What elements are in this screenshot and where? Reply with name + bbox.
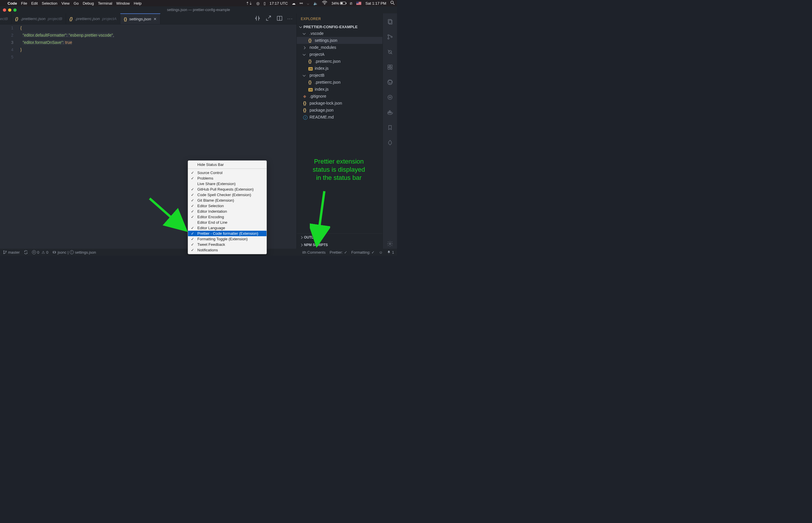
tab-settings-active[interactable]: {} settings.json ✕ <box>120 13 160 24</box>
tree-item[interactable]: iREADME.md <box>297 114 382 121</box>
tree-item-label: .prettierrc.json <box>315 59 341 64</box>
tree-item[interactable]: {}.prettierrc.json <box>297 58 382 65</box>
settings-icon[interactable] <box>387 240 393 249</box>
status-branch[interactable]: master <box>3 250 20 254</box>
tree-item[interactable]: projectB <box>297 72 382 79</box>
tab-prettierrc-projectb[interactable]: {} .prettierrc.json projectB <box>12 13 66 24</box>
app-name[interactable]: Code <box>7 1 17 5</box>
spotlight-icon[interactable] <box>390 1 395 6</box>
open-changes-icon[interactable] <box>265 15 272 23</box>
tree-item[interactable]: {}package.json <box>297 107 382 114</box>
clipboard-icon[interactable]: ▯ <box>264 1 266 5</box>
split-editor-icon[interactable] <box>276 15 283 23</box>
braces-icon: {} <box>15 17 18 21</box>
tree-item[interactable]: {}.prettierrc.json <box>297 79 382 86</box>
status-sync[interactable] <box>24 250 28 254</box>
status-bell[interactable]: 1 <box>387 250 394 254</box>
liveshare-icon[interactable] <box>387 94 393 102</box>
menu-edit[interactable]: Edit <box>31 1 37 5</box>
github-icon[interactable] <box>387 79 393 87</box>
tree-icon[interactable] <box>387 140 393 148</box>
debug-icon[interactable] <box>387 49 393 57</box>
svg-point-23 <box>3 250 4 251</box>
tree-item[interactable]: .vscode <box>297 30 382 37</box>
ctx-item[interactable]: ✓Formatting Toggle (Extension) <box>188 236 267 242</box>
svg-point-24 <box>3 253 4 254</box>
ctx-item[interactable]: ✓Prettier - Code formatter (Extension) <box>188 231 267 236</box>
annotation-text: Prettier extension status is displayed i… <box>298 158 380 182</box>
files-icon[interactable] <box>387 19 393 27</box>
ctx-hide-statusbar[interactable]: Hide Status Bar <box>188 162 267 167</box>
more-actions-icon[interactable]: ··· <box>287 16 293 21</box>
tree-item[interactable]: JSindex.js <box>297 65 382 72</box>
menu-selection[interactable]: Selection <box>42 1 57 5</box>
menu-terminal[interactable]: Terminal <box>98 1 112 5</box>
cloud-icon[interactable]: ☁ <box>292 1 295 5</box>
docker-icon[interactable] <box>387 109 393 118</box>
ctx-item-label: Formatting Toggle (Extension) <box>197 237 248 241</box>
extensions-icon[interactable] <box>387 64 393 72</box>
ctx-item[interactable]: ✓Tweet Feedback <box>188 242 267 247</box>
tab-prettierrc-projecta[interactable]: {} .prettierrc.json projectA <box>66 13 120 24</box>
svg-line-28 <box>317 191 324 246</box>
menu-file[interactable]: File <box>21 1 27 5</box>
tree-item[interactable]: {}package-lock.json <box>297 100 382 107</box>
menu-window[interactable]: Window <box>116 1 130 5</box>
minimize-window[interactable] <box>8 8 11 12</box>
ctx-item[interactable]: ✓Problems <box>188 176 267 181</box>
source-control-icon[interactable] <box>387 34 393 42</box>
ctx-item[interactable]: ✓Editor Encoding <box>188 214 267 220</box>
code-content[interactable]: { "editor.defaultFormatter": "esbenp.pre… <box>19 24 114 249</box>
status-prettier[interactable]: Prettier: ✓ <box>329 250 347 254</box>
ctx-item-label: Editor Encoding <box>197 215 224 219</box>
ctx-item[interactable]: ✓Editor Language <box>188 225 267 231</box>
wifi-icon[interactable] <box>322 1 327 5</box>
close-tab-icon[interactable]: ✕ <box>154 17 157 21</box>
menu-go[interactable]: Go <box>74 1 78 5</box>
bookmark-icon[interactable] <box>387 124 393 132</box>
tree-item[interactable]: ◆.gitignore <box>297 93 382 100</box>
ctx-item[interactable]: ✓Source Control <box>188 170 267 176</box>
time-utc[interactable]: 17:17 UTC <box>270 1 288 5</box>
tab-overflow-prev[interactable]: ectB <box>0 13 12 24</box>
check-icon: ✓ <box>191 170 194 175</box>
close-window[interactable] <box>3 8 6 12</box>
ctx-item[interactable]: ✓Code Spell Checker (Extension) <box>188 192 267 198</box>
tree-root[interactable]: PRETTIER-CONFIG-EXAMPLE <box>297 24 382 30</box>
clock[interactable]: Sat 1:17 PM <box>365 1 386 5</box>
status-formatting[interactable]: Formatting: ✓ <box>351 250 375 254</box>
compare-icon[interactable] <box>254 15 261 23</box>
tree-item[interactable]: node_modules <box>297 44 382 51</box>
tree-item[interactable]: projectA <box>297 51 382 58</box>
menu-help[interactable]: Help <box>134 1 142 5</box>
ctx-item[interactable]: ✓Notifications <box>188 247 267 253</box>
tree-item-label: README.md <box>309 115 333 120</box>
tree-item-label: .prettierrc.json <box>315 80 341 85</box>
dropbox-icon[interactable]: ⇡⇣ <box>246 1 252 5</box>
bluetooth-icon[interactable]: ⌵ <box>307 1 309 5</box>
sync-icon[interactable]: ◎ <box>256 1 259 5</box>
menu-debug[interactable]: Debug <box>83 1 94 5</box>
zoom-window[interactable] <box>13 8 17 12</box>
volume-icon[interactable]: 🔈 <box>313 1 318 5</box>
tree-item[interactable]: JSindex.js <box>297 86 382 93</box>
check-icon: ✓ <box>191 176 194 180</box>
ctx-item[interactable]: ✓Editor Selection <box>188 203 267 209</box>
battery-status[interactable]: 34% <box>331 1 346 5</box>
glasses-icon[interactable]: ⚯ <box>300 1 303 5</box>
ctx-item-label: Notifications <box>197 248 218 252</box>
explorer-title[interactable]: EXPLORER <box>297 13 382 24</box>
us-flag-icon[interactable] <box>356 2 361 5</box>
status-errors[interactable]: ✕ 0 ⚠ 0 <box>32 250 48 254</box>
ctx-item[interactable]: ✓Git Blame (Extension) <box>188 198 267 203</box>
ctx-item[interactable]: ✓GitHub Pull Requests (Extension) <box>188 186 267 192</box>
status-lang-right[interactable]: ith Comments <box>302 250 325 254</box>
tree-item[interactable]: {}settings.json <box>297 37 382 44</box>
menu-view[interactable]: View <box>61 1 70 5</box>
display-icon[interactable]: ⎚ <box>350 1 352 5</box>
ctx-item[interactable]: ✓Editor Indentation <box>188 209 267 214</box>
ctx-item[interactable]: Live Share (Extension) <box>188 181 267 186</box>
ctx-item[interactable]: Editor End of Line <box>188 220 267 225</box>
status-language-left[interactable]: jsonc | ! settings.json <box>52 250 96 254</box>
status-feedback-icon[interactable]: ☺ <box>379 250 382 254</box>
